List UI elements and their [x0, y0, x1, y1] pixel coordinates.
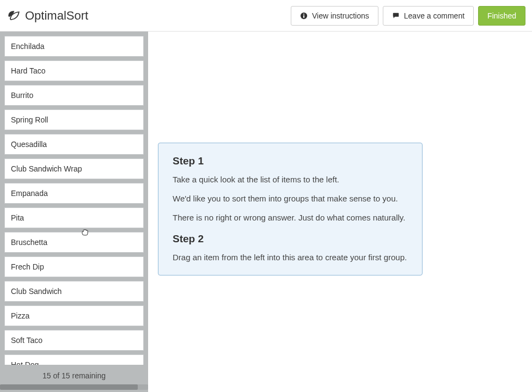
step-1-text: We'd like you to sort them into groups t…	[173, 193, 408, 204]
step-1-text: There is no right or wrong answer. Just …	[173, 212, 408, 223]
scrollbar-thumb[interactable]	[0, 384, 138, 390]
leaf-logo-icon	[7, 8, 22, 23]
card-item[interactable]: Empanada	[4, 183, 144, 204]
leave-comment-label: Leave a comment	[404, 11, 464, 20]
remaining-counter: 15 of 15 remaining	[4, 365, 144, 384]
main-area: Enchilada Hard Taco Burrito Spring Roll …	[0, 32, 532, 392]
card-item[interactable]: Quesadilla	[4, 134, 144, 155]
card-item[interactable]: Burrito	[4, 85, 144, 106]
step-2-heading: Step 2	[173, 233, 408, 245]
instruction-panel: Step 1 Take a quick look at the list of …	[158, 143, 423, 275]
card-item[interactable]: Hot Dog	[4, 354, 144, 365]
card-list: Enchilada Hard Taco Burrito Spring Roll …	[4, 36, 144, 365]
card-item[interactable]: Pizza	[4, 305, 144, 326]
info-icon	[300, 12, 308, 20]
logo-area: OptimalSort	[7, 8, 88, 23]
sort-canvas[interactable]: Step 1 Take a quick look at the list of …	[148, 32, 532, 392]
step-1-heading: Step 1	[173, 155, 408, 167]
leave-comment-button[interactable]: Leave a comment	[383, 6, 474, 26]
header-actions: View instructions Leave a comment Finish…	[291, 6, 525, 26]
finished-label: Finished	[487, 11, 516, 20]
card-item[interactable]: Soft Taco	[4, 330, 144, 351]
card-item[interactable]: Spring Roll	[4, 109, 144, 130]
card-item[interactable]: Hard Taco	[4, 60, 144, 81]
card-item[interactable]: Pita	[4, 207, 144, 228]
step-2-text: Drag an item from the left into this are…	[173, 252, 408, 263]
card-item[interactable]: Enchilada	[4, 36, 144, 57]
card-item[interactable]: Club Sandwich Wrap	[4, 158, 144, 179]
svg-point-1	[303, 13, 304, 14]
comment-icon	[392, 12, 400, 20]
card-item[interactable]: Frech Dip	[4, 256, 144, 277]
view-instructions-label: View instructions	[312, 11, 369, 20]
svg-rect-2	[303, 15, 304, 17]
logo-text: OptimalSort	[25, 9, 88, 23]
card-item[interactable]: Bruschetta	[4, 232, 144, 253]
finished-button[interactable]: Finished	[478, 6, 525, 26]
view-instructions-button[interactable]: View instructions	[291, 6, 378, 26]
card-item[interactable]: Club Sandwich	[4, 281, 144, 302]
horizontal-scrollbar[interactable]	[0, 384, 148, 390]
card-sidebar: Enchilada Hard Taco Burrito Spring Roll …	[0, 32, 148, 392]
step-1-text: Take a quick look at the list of items t…	[173, 174, 408, 185]
app-header: OptimalSort View instructions Leave a co…	[0, 0, 532, 32]
